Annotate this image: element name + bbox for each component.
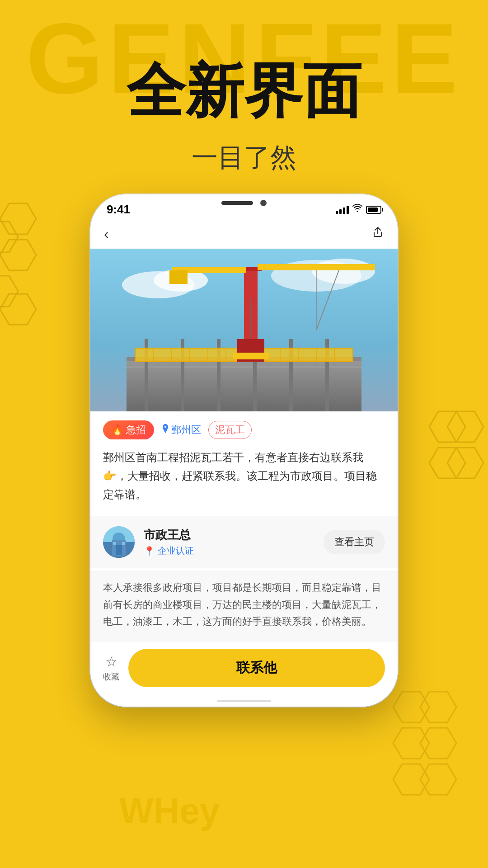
svg-marker-10 xyxy=(420,692,456,722)
favorite-button[interactable]: ☆ 收藏 xyxy=(103,654,119,682)
svg-rect-48 xyxy=(169,270,188,284)
employer-section: 市政王总 📍 企业认证 查看主页 xyxy=(90,516,398,568)
svg-rect-58 xyxy=(113,542,116,545)
svg-marker-11 xyxy=(393,728,429,759)
svg-marker-3 xyxy=(0,276,18,307)
nav-bar: ‹ xyxy=(90,221,398,249)
svg-rect-57 xyxy=(116,545,122,555)
svg-marker-4 xyxy=(0,294,36,325)
employer-info: 市政王总 📍 企业认证 xyxy=(144,527,314,557)
tags-area: 🔥 急招 鄞州区 泥瓦工 xyxy=(90,411,398,446)
svg-rect-50 xyxy=(233,353,269,359)
status-time: 9:41 xyxy=(107,203,130,217)
location-tag: 鄞州区 xyxy=(161,423,201,437)
svg-point-19 xyxy=(312,259,375,284)
view-profile-button[interactable]: 查看主页 xyxy=(324,530,385,554)
svg-marker-12 xyxy=(420,728,456,759)
svg-marker-13 xyxy=(393,764,429,795)
svg-marker-0 xyxy=(0,203,36,234)
location-icon xyxy=(161,424,169,436)
job-image xyxy=(90,249,398,411)
svg-rect-59 xyxy=(122,542,125,545)
scroll-bar xyxy=(217,700,271,702)
status-icons xyxy=(336,204,381,215)
bottom-action-bar: ☆ 收藏 联系他 xyxy=(90,641,398,696)
honeycomb-decoration-left xyxy=(0,199,59,335)
fire-icon: 🔥 xyxy=(111,424,123,436)
phone-speaker xyxy=(221,201,253,205)
back-button[interactable]: ‹ xyxy=(104,226,109,242)
employer-bio: 本人承接很多政府项目，项目都是长期项目，而且稳定靠谱，目前有长房的商业楼项目，万… xyxy=(90,571,398,641)
phone-camera xyxy=(260,200,267,206)
svg-marker-9 xyxy=(393,692,429,722)
phone-mockup: 9:41 ‹ xyxy=(90,194,398,707)
wifi-icon xyxy=(352,204,362,215)
scroll-indicator xyxy=(90,696,398,707)
favorite-label: 收藏 xyxy=(103,671,119,682)
employer-avatar xyxy=(103,526,135,558)
svg-rect-45 xyxy=(258,264,375,270)
cert-icon: 📍 xyxy=(144,546,155,557)
whey-text: WHey xyxy=(119,790,220,832)
svg-marker-2 xyxy=(0,222,18,252)
employer-name: 市政王总 xyxy=(144,527,314,543)
phone-body: 9:41 ‹ xyxy=(90,194,398,707)
svg-marker-1 xyxy=(0,240,36,270)
sub-title: 一目了然 xyxy=(0,140,488,175)
skill-tag: 泥瓦工 xyxy=(208,421,252,439)
svg-marker-14 xyxy=(420,764,456,795)
battery-icon xyxy=(366,206,381,214)
star-icon: ☆ xyxy=(105,654,117,670)
main-title: 全新界面 xyxy=(0,59,488,123)
share-button[interactable] xyxy=(371,226,384,242)
job-description: 鄞州区首南工程招泥瓦工若干，有意者直接右边联系我👉，大量招收，赶紧联系我。该工程… xyxy=(90,446,398,513)
employer-cert: 📍 企业认证 xyxy=(144,545,314,557)
signal-icon xyxy=(336,206,349,214)
urgent-tag: 🔥 急招 xyxy=(103,420,154,439)
honeycomb-decoration-right-top xyxy=(411,407,488,506)
phone-notch xyxy=(199,194,289,212)
contact-button[interactable]: 联系他 xyxy=(128,649,385,687)
